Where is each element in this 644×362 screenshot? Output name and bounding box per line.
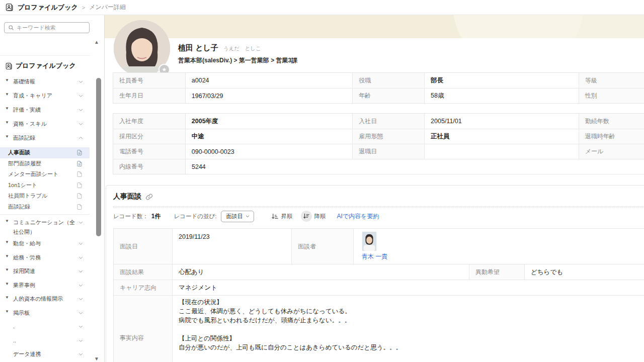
sidebar-group-label: . [13, 322, 15, 331]
section-header: 人事面談 [106, 186, 644, 207]
sidebar-scroll-up-icon[interactable]: ▲ [94, 39, 99, 45]
interviewer-name-link[interactable]: 青木 一貴 [362, 252, 387, 261]
field-value: どちらでも [524, 264, 644, 280]
sidebar-group-label: 勤怠・給与 [13, 239, 41, 248]
sidebar-group-basic-info[interactable]: ▼ 基礎情報 [0, 74, 90, 88]
sidebar-group-communication[interactable]: ▼ コミュニケーション（全社公開） [0, 217, 90, 237]
profile-avatar: ★ [114, 20, 170, 76]
sidebar-divider [0, 55, 90, 56]
chevron-down-icon [78, 268, 84, 274]
sidebar-scrollbar-thumb[interactable] [96, 78, 101, 236]
sidebar-item-hr-interview[interactable]: 人事面談 [0, 147, 90, 158]
sort-key-value: 面談日 [226, 213, 243, 220]
ai-summarize-link[interactable]: AIで内容を要約 [337, 212, 379, 221]
record-count-label: レコード数： [113, 213, 148, 220]
field-value: 090-0000-0023 [185, 144, 353, 159]
sidebar-item-label: 部門面談履歴 [8, 160, 41, 167]
sort-descending-button[interactable]: 降順 [301, 211, 326, 222]
profile-name-kana: うえだ としこ [223, 45, 261, 52]
sort-ascending-button[interactable]: 昇順 [271, 213, 293, 220]
sidebar-group-label: 総務・労務 [13, 253, 41, 262]
field-value: 正社員 [424, 129, 579, 144]
document-icon [76, 182, 83, 189]
sort-key-dropdown[interactable]: 面談日 [221, 211, 254, 222]
sidebar-app-header: プロファイルブック [0, 56, 90, 74]
sidebar-group-career-dev[interactable]: ▼ 育成・キャリア [0, 88, 90, 103]
link-icon[interactable] [145, 193, 153, 201]
group-marker-icon: ▼ [5, 106, 10, 111]
table-row: 入社年度 2005年度 入社日 2005/11/01 勤続年数 [113, 114, 644, 129]
profile-name: 植田 とし子 [178, 43, 218, 53]
search-input[interactable] [17, 25, 82, 31]
field-label: 面談日 [114, 229, 172, 264]
sidebar-scroll-down-icon[interactable]: ▼ [94, 356, 99, 361]
chevron-down-icon [78, 107, 84, 113]
sidebar-item-label: 面談記録 [8, 203, 30, 211]
field-label: 面談者 [291, 229, 353, 264]
table-row: 内線番号 5244 [113, 159, 644, 174]
active-sort-indicator [301, 211, 312, 222]
sidebar-group-label: コミュニケーション（全社公開） [13, 218, 77, 236]
sidebar-item-dept-interview-history[interactable]: 部門面談履歴 [0, 158, 90, 169]
interviewer-avatar [362, 232, 377, 251]
record-controls: レコード数： 1件 レコードの並び: 面談日 昇順 [106, 207, 644, 225]
field-value: 【現在の状況】 ここ最近、体調が悪く、どうしても休みがちになっている。 病院でも… [172, 296, 644, 362]
sidebar-group-dot[interactable]: . [0, 320, 90, 334]
table-row: 事実内容 【現在の状況】 ここ最近、体調が悪く、どうしても休みがちになっている。… [114, 295, 644, 362]
sidebar-group-general-affairs[interactable]: ▼ 総務・労務 [0, 251, 90, 265]
sidebar-group-attendance-pay[interactable]: ▼ 勤怠・給与 [0, 237, 90, 251]
document-lines-icon [76, 160, 83, 167]
sidebar-group-label: 掲示板 [13, 308, 30, 318]
sort-ascending-icon [271, 213, 279, 220]
chevron-down-icon [78, 79, 84, 84]
field-label: 勤続年数 [579, 114, 644, 129]
field-label: 性別 [579, 88, 644, 103]
sidebar-group-label: 業界事例 [13, 281, 35, 290]
sidebar-group-bulletin-board[interactable]: ▼ 掲示板 [0, 306, 90, 320]
group-marker-icon: ▼ [5, 120, 10, 125]
field-value: 部長 [424, 73, 579, 88]
field-value: 58歳 [424, 88, 579, 103]
profile-org-path: 営業本部(salesDiv.) > 第一営業部 > 営業3課 [178, 56, 297, 65]
breadcrumb-current: メンバー詳細 [89, 3, 126, 12]
sidebar-group-label: 資格・スキル [13, 119, 47, 129]
sidebar-group-data-link[interactable]: データ連携 [0, 347, 90, 361]
sidebar-item-mentor-sheet[interactable]: メンター面談シート [0, 169, 90, 180]
document-icon [76, 204, 83, 210]
profilebook-logo-icon [5, 3, 14, 12]
record-count-value: 1件 [151, 212, 161, 221]
sidebar-group-dot-dot[interactable]: .. [0, 334, 90, 348]
sidebar: ▲ プロファイルブック ▼ 基礎情報 ▼ 育成・キャリア ▼ 評価・実績 [0, 15, 105, 362]
sidebar-group-evaluation[interactable]: ▼ 評価・実績 [0, 103, 90, 117]
field-label: 内線番号 [113, 159, 185, 174]
group-marker-icon: ▼ [5, 267, 10, 272]
breadcrumb-app-title[interactable]: プロファイルブック [18, 3, 78, 12]
sidebar-group-interview-records[interactable]: ▼ 面談記録 [0, 131, 90, 145]
field-value: 中途 [185, 129, 353, 144]
chevron-down-icon [78, 351, 84, 357]
sidebar-group-recruiting[interactable]: ▼ 採用関連 [0, 264, 90, 279]
profile-header-band [105, 15, 644, 38]
sidebar-item-label: 人事面談 [8, 149, 30, 156]
sort-descending-label: 降順 [314, 213, 326, 220]
sidebar-item-interview-record[interactable]: 面談記録 [0, 202, 90, 213]
sidebar-group-human-capital[interactable]: ▼ 人的資本の情報開示 [0, 292, 90, 306]
interviewer-cell: 青木 一貴 [353, 229, 644, 264]
field-label: 年齢 [352, 88, 424, 103]
sidebar-item-employee-trouble[interactable]: 社員間トラブル [0, 191, 90, 202]
sidebar-group-label: 育成・キャリア [13, 91, 52, 101]
sidebar-group-label: 人的資本の情報開示 [13, 294, 63, 304]
sidebar-item-1on1-sheet[interactable]: 1on1シート [0, 180, 90, 191]
document-icon [76, 193, 83, 199]
field-label: 異動希望 [469, 264, 524, 280]
chevron-down-icon [78, 310, 84, 316]
breadcrumb-separator: > [82, 5, 85, 11]
field-label: 等級 [579, 73, 644, 88]
chevron-down-icon [78, 241, 84, 246]
sidebar-group-skills[interactable]: ▼ 資格・スキル [0, 117, 90, 131]
sidebar-group-label: .. [13, 336, 16, 345]
chevron-down-icon [78, 93, 84, 99]
keyword-search-box[interactable] [4, 22, 90, 33]
sidebar-item-label: 社員間トラブル [8, 192, 47, 200]
sidebar-group-industry-cases[interactable]: ▼ 業界事例 [0, 279, 90, 293]
